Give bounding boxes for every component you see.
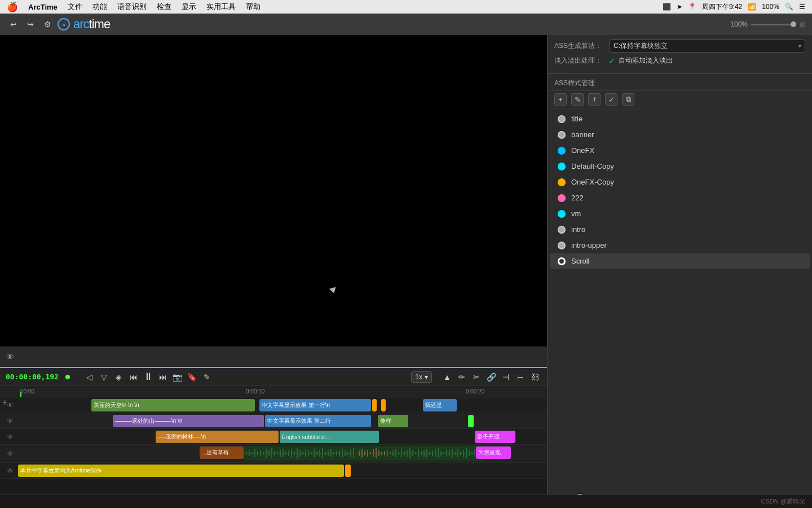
undo-button[interactable]: ↩: [7, 17, 20, 31]
timeline-controls: 00:00:00,192 ◁ ▽ ◈ ⏮ ⏸ ⏭ 📷 🔖 ✎ 1x ▾: [0, 368, 547, 386]
style-item-scroll[interactable]: Scroll: [550, 253, 810, 269]
style-item-onefx-copy[interactable]: OneFX-Copy: [550, 174, 810, 190]
copy-style-button[interactable]: ⧉: [622, 93, 634, 106]
logo: a arctime: [58, 17, 110, 32]
block-yellow-marker[interactable]: [345, 465, 351, 477]
arrow-icon: ➤: [677, 3, 682, 11]
prev-button[interactable]: ⏮: [127, 371, 140, 383]
track-4-eye[interactable]: 👁: [5, 450, 16, 458]
style-item-banner[interactable]: banner: [550, 127, 810, 142]
track-row-1: 👁 美丽的天空\n \n \n 中文字幕显示效果 第一行\n 我还是 大雄兔: [0, 397, 547, 413]
block-mountain[interactable]: ———远处的山———\n \n: [113, 415, 264, 427]
fade-checkbox[interactable]: ✓: [608, 56, 615, 65]
style-item-intro-upper[interactable]: intro-upper: [550, 238, 810, 253]
apple-menu[interactable]: 🍎: [7, 2, 18, 12]
extend-left-tool[interactable]: ⊣: [500, 371, 512, 383]
block-pear[interactable]: 梨子开源: [475, 431, 515, 443]
bookmark-button[interactable]: 🔖: [186, 371, 198, 383]
block-greenmark[interactable]: [468, 415, 474, 427]
location-icon: 📍: [688, 3, 696, 11]
menu-icon[interactable]: ☰: [799, 3, 805, 11]
next-button[interactable]: ⏭: [157, 371, 169, 383]
menu-display[interactable]: 显示: [182, 2, 196, 12]
play-pause-button[interactable]: ⏸: [142, 371, 155, 383]
mark-in-button[interactable]: ◁: [83, 371, 96, 383]
video-screen[interactable]: [0, 35, 547, 347]
block-forest[interactable]: ----茂密的树林----\n: [156, 431, 279, 443]
block-marker2[interactable]: [381, 399, 386, 411]
chain-tool[interactable]: ⛓: [529, 371, 541, 383]
app-name[interactable]: ArcTime: [28, 3, 58, 11]
track-2-eye[interactable]: 👁: [5, 417, 16, 425]
pen-button[interactable]: ✎: [201, 371, 213, 383]
style-item-onefx[interactable]: OneFX: [550, 143, 810, 158]
cut-tool[interactable]: ✂: [470, 371, 483, 383]
block-zh2[interactable]: 中文字幕显示效果 第二行: [265, 415, 371, 427]
link-tool[interactable]: 🔗: [485, 371, 497, 383]
search-icon[interactable]: 🔍: [785, 3, 793, 11]
ass-algorithm-select[interactable]: C:保持字幕块独立 ▾: [610, 40, 805, 52]
extend-right-tool[interactable]: ⊢: [514, 371, 527, 383]
block-eng[interactable]: English subtitle di...: [280, 431, 379, 443]
style-name-title: title: [571, 115, 582, 123]
style-item-intro[interactable]: intro: [550, 222, 810, 237]
transport-controls: ◁ ▽ ◈ ⏮ ⏸ ⏭ 📷 🔖 ✎: [83, 371, 213, 383]
menu-tools[interactable]: 实用工具: [206, 2, 236, 12]
style-item-default-copy[interactable]: Default-Copy: [550, 159, 810, 174]
mark-clip-button[interactable]: ◈: [113, 371, 125, 383]
style-item-title[interactable]: title: [550, 111, 810, 126]
track-row-4: 👁 ...还有草莓: [0, 445, 547, 463]
menu-help[interactable]: 帮助: [246, 2, 261, 12]
zoom-slider[interactable]: [751, 24, 796, 25]
cursor-tool[interactable]: ▲: [441, 371, 453, 383]
track-row-5: 👁 本片中字幕效果均为Arctime制作: [0, 463, 547, 479]
menu-speech[interactable]: 语音识别: [117, 2, 147, 12]
check-style-button[interactable]: ✓: [605, 93, 617, 106]
edit-style-button[interactable]: ✎: [571, 93, 584, 106]
menu-function[interactable]: 功能: [92, 2, 107, 12]
mark-out-button[interactable]: ▽: [98, 371, 111, 383]
timeline-tracks: 👁 美丽的天空\n \n \n 中文字幕显示效果 第一行\n 我还是 大雄兔 👁: [0, 397, 547, 496]
style-item-222[interactable]: 222: [550, 190, 810, 205]
block-marker1[interactable]: [372, 399, 377, 411]
track-4-content: ...还有草莓: [18, 445, 547, 462]
style-list: titlebannerOneFXDefault-CopyOneFX-Copy22…: [548, 108, 812, 488]
preview-eye-icon[interactable]: 👁: [6, 352, 15, 362]
video-bottom-bar: 👁: [0, 347, 547, 367]
ass-style-header: ASS样式管理: [548, 74, 812, 91]
toolbar: ↩ ↪ ⚙ a arctime 100% ◎: [0, 14, 812, 35]
video-panel: 👁 00:00:00,192 ◁ ▽ ◈ ⏮ ⏸ ⏭ 📷 🔖 ✎: [0, 35, 547, 508]
block-silly[interactable]: 傻样: [378, 415, 408, 427]
style-name-default-copy: Default-Copy: [571, 162, 614, 170]
fade-value: 自动添加淡入淡出: [619, 56, 673, 65]
edit-tool[interactable]: ✏: [456, 371, 468, 383]
style-item-vm[interactable]: vm: [550, 206, 810, 221]
block-sky[interactable]: 美丽的天空\n \n \n: [91, 399, 255, 411]
cursor-pointer: [329, 287, 337, 295]
block-strawberry[interactable]: ...还有草莓: [200, 446, 244, 459]
menu-check[interactable]: 检查: [157, 2, 171, 12]
speed-selector[interactable]: 1x ▾: [411, 371, 432, 383]
block-present[interactable]: 为您呈现: [476, 446, 511, 459]
zoom-knob[interactable]: [791, 21, 796, 27]
right-panel: ASS生成算法： C:保持字幕块独立 ▾ 淡入淡出处理： ✓ 自动添加淡入淡出 …: [547, 35, 812, 508]
style-name-222: 222: [571, 194, 584, 202]
datetime: 周四下午9:42: [702, 2, 742, 12]
speed-value: 1x: [415, 373, 422, 381]
add-track-button[interactable]: +: [2, 397, 7, 408]
block-zh1[interactable]: 中文字幕显示效果 第一行\n: [259, 399, 371, 411]
redo-button[interactable]: ↪: [24, 17, 37, 31]
ruler-ticks: [20, 392, 528, 398]
track-3-eye[interactable]: 👁: [5, 433, 16, 441]
add-style-button[interactable]: +: [554, 93, 567, 106]
block-arctime[interactable]: 本片中字幕效果均为Arctime制作: [18, 465, 344, 477]
speed-arrow: ▾: [425, 373, 428, 381]
settings-button[interactable]: ⚙: [41, 17, 54, 31]
screen-record-icon: ⬛: [663, 3, 671, 11]
menu-file[interactable]: 文件: [68, 2, 82, 12]
track-5-eye[interactable]: 👁: [5, 467, 16, 475]
block-still[interactable]: 我还是: [423, 399, 457, 411]
italic-style-button[interactable]: I: [588, 93, 601, 106]
style-name-intro-upper: intro-upper: [571, 241, 607, 249]
screenshot-button[interactable]: 📷: [171, 371, 184, 383]
